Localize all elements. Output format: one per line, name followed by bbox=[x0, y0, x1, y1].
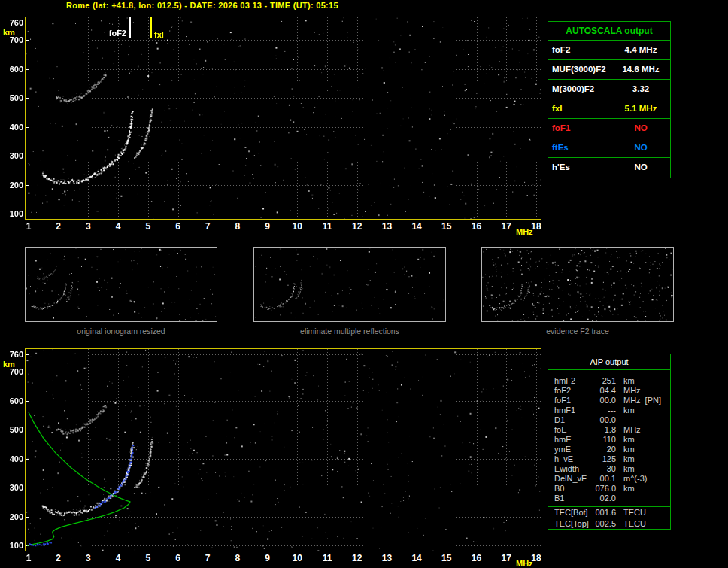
aip-param-value: 125 bbox=[592, 454, 616, 464]
x-tick-label: 5 bbox=[145, 553, 150, 563]
aip-param-name: B0 bbox=[554, 484, 592, 494]
x-tick-label: 9 bbox=[265, 553, 270, 563]
aip-param-name: h_vE bbox=[554, 454, 592, 464]
thumbnail-original-ionogram bbox=[25, 247, 217, 322]
aip-row: foF100.0MHz[PN] bbox=[554, 396, 670, 405]
aip-tec-row: TEC[Bot]001.6TECU bbox=[548, 506, 670, 518]
aip-param-unit: km bbox=[623, 405, 635, 415]
aip-param-unit: km bbox=[623, 445, 635, 454]
thumbnail-caption-original: original ionogram resized bbox=[25, 327, 217, 336]
aip-row: B102.0 bbox=[554, 494, 670, 503]
aip-table-rows: hmF2251kmfoF204.4MHzfoF100.0MHz[PN]hmF1-… bbox=[548, 370, 670, 503]
y-tick-label: 100 bbox=[2, 209, 23, 218]
aip-param-value: 00.0 bbox=[592, 415, 616, 425]
aip-row: B0076.0km bbox=[554, 484, 670, 494]
x-tick-label: 10 bbox=[293, 221, 302, 232]
autoscala-row: fxI5.1 MHz bbox=[548, 99, 670, 119]
y-tick-label: 700 bbox=[2, 35, 23, 44]
y-tick-label: 300 bbox=[2, 483, 23, 492]
thumbnail-original-ionogram-canvas bbox=[26, 248, 217, 321]
aip-table-title: AIP output bbox=[548, 354, 670, 370]
thumbnail-eliminate-reflections-canvas bbox=[254, 248, 445, 321]
aip-row: hmF2251km bbox=[554, 376, 670, 386]
x-tick-label: 4 bbox=[116, 553, 121, 563]
aip-row: foF204.4MHz bbox=[554, 386, 670, 396]
x-tick-label: 12 bbox=[352, 553, 362, 563]
aip-row: DelN_vE00.1m^(-3) bbox=[554, 474, 670, 484]
y-tick-label: 500 bbox=[2, 425, 23, 434]
thumbnail-caption-evidence: evidence F2 trace bbox=[481, 327, 674, 336]
aip-param-value: 20 bbox=[592, 445, 616, 454]
y-tick-label: 100 bbox=[2, 541, 23, 550]
aip-param-name: DelN_vE bbox=[554, 474, 592, 484]
x-tick-label: 11 bbox=[323, 553, 332, 563]
bottom-x-unit-label: MHz bbox=[516, 559, 533, 568]
screen: Rome (lat: +41.8, lon: 012.5) - DATE: 20… bbox=[0, 0, 728, 568]
aip-param-value: 251 bbox=[592, 376, 616, 386]
x-tick-label: 8 bbox=[235, 553, 241, 563]
x-tick-label: 4 bbox=[116, 221, 121, 232]
aip-param-value: --- bbox=[592, 405, 616, 415]
x-tick-label: 16 bbox=[472, 221, 481, 232]
aip-tec-name: TEC[Top] bbox=[554, 518, 592, 529]
x-tick-label: 18 bbox=[531, 221, 541, 232]
aip-tec-value: 002.5 bbox=[592, 518, 616, 529]
aip-param-name: foE bbox=[554, 425, 592, 435]
autoscala-row-label: foF2 bbox=[548, 41, 611, 59]
y-tick-label: 760 bbox=[2, 350, 23, 359]
x-tick-label: 14 bbox=[411, 221, 421, 232]
top-ionogram-canvas bbox=[26, 17, 541, 219]
autoscala-row: h'EsNO bbox=[548, 158, 670, 178]
x-tick-label: 15 bbox=[441, 221, 451, 232]
aip-tec-value: 001.6 bbox=[592, 507, 616, 518]
aip-param-value: 30 bbox=[592, 464, 616, 474]
autoscala-row-value: NO bbox=[611, 138, 670, 157]
aip-row: D100.0 bbox=[554, 415, 670, 425]
thumbnail-caption-eliminate: eliminate multiple reflections bbox=[253, 327, 446, 336]
x-tick-label: 6 bbox=[175, 221, 180, 232]
top-ionogram-plot bbox=[25, 17, 541, 220]
autoscala-row-label: foF1 bbox=[548, 119, 611, 138]
autoscala-table-title: AUTOSCALA output bbox=[548, 22, 670, 41]
aip-tec-unit: TECU bbox=[623, 518, 646, 529]
fof2-marker-label: foF2 bbox=[104, 29, 126, 38]
autoscala-row-value: NO bbox=[611, 158, 670, 178]
aip-param-name: hmE bbox=[554, 435, 592, 445]
x-tick-label: 16 bbox=[472, 553, 481, 563]
autoscala-row-label: M(3000)F2 bbox=[548, 80, 611, 99]
y-tick-label: 400 bbox=[2, 454, 23, 463]
x-tick-label: 3 bbox=[86, 553, 91, 563]
aip-param-value: 02.0 bbox=[592, 494, 616, 503]
aip-tec-name: TEC[Bot] bbox=[554, 507, 592, 518]
x-tick-label: 7 bbox=[205, 553, 211, 563]
aip-row: hmE110km bbox=[554, 435, 670, 445]
autoscala-row-value: NO bbox=[611, 119, 670, 138]
x-tick-label: 12 bbox=[352, 221, 362, 232]
y-tick-label: 400 bbox=[2, 123, 23, 132]
autoscala-row-value: 4.4 MHz bbox=[611, 41, 670, 59]
aip-param-unit: km bbox=[623, 484, 635, 494]
x-tick-label: 14 bbox=[411, 553, 421, 563]
aip-param-unit: km bbox=[623, 464, 635, 474]
aip-row: h_vE125km bbox=[554, 454, 670, 464]
aip-param-unit: MHz bbox=[623, 386, 641, 396]
x-tick-label: 11 bbox=[323, 221, 332, 232]
aip-param-name: B1 bbox=[554, 494, 592, 503]
aip-row: ymE20km bbox=[554, 445, 670, 454]
x-tick-label: 17 bbox=[502, 221, 511, 232]
aip-param-unit: m^(-3) bbox=[623, 474, 647, 484]
x-tick-label: 15 bbox=[441, 553, 451, 563]
autoscala-row: foF24.4 MHz bbox=[548, 41, 670, 60]
aip-param-extra: [PN] bbox=[645, 396, 661, 405]
thumbnail-evidence-f2-trace-canvas bbox=[482, 248, 673, 321]
aip-param-unit: km bbox=[623, 454, 635, 464]
aip-param-name: Ewidth bbox=[554, 464, 592, 474]
autoscala-table-rows: foF24.4 MHzMUF(3000)F214.6 MHzM(3000)F23… bbox=[548, 41, 670, 178]
y-tick-label: 760 bbox=[2, 18, 23, 27]
aip-row: hmF1---km bbox=[554, 405, 670, 415]
y-tick-label: 200 bbox=[2, 181, 23, 190]
aip-table: AIP output hmF2251kmfoF204.4MHzfoF100.0M… bbox=[548, 354, 671, 530]
aip-param-name: foF2 bbox=[554, 386, 592, 396]
aip-param-name: foF1 bbox=[554, 396, 592, 405]
autoscala-row-value: 14.6 MHz bbox=[611, 60, 670, 79]
